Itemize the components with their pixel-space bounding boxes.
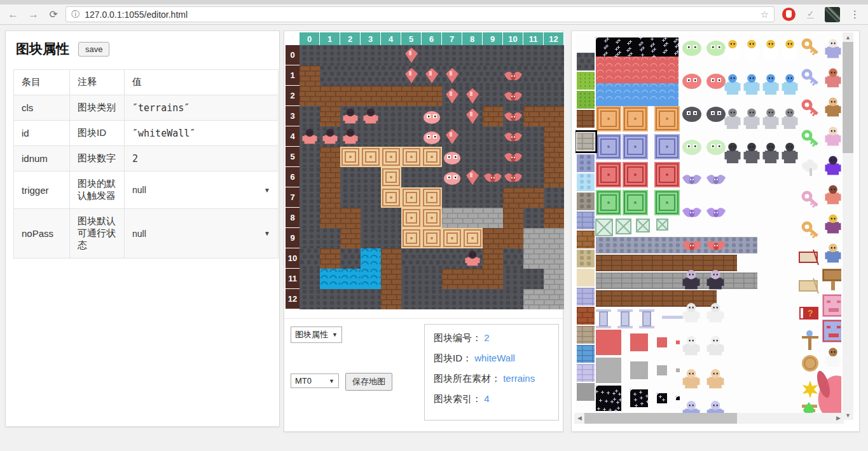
menu-dots-icon[interactable]: ⋮ bbox=[846, 6, 863, 23]
nopass-select[interactable]: null ▼ bbox=[132, 229, 270, 239]
tileset-palette-panel: ▲ ▼ ◀ ▶ bbox=[571, 30, 860, 432]
table-row-nopass: noPass 图块默认可通行状态 null ▼ bbox=[14, 209, 279, 259]
map-row-header: 0 bbox=[286, 45, 300, 65]
prop-key: idnum bbox=[14, 146, 70, 172]
map-row-header: 4 bbox=[286, 126, 300, 147]
prop-comment: 图块ID bbox=[70, 121, 125, 146]
map-col-header: 3 bbox=[361, 32, 381, 45]
prop-key: cls bbox=[14, 95, 70, 121]
map-row-header: 2 bbox=[286, 86, 300, 106]
map-col-header: 2 bbox=[340, 32, 361, 45]
col-header-value: 值 bbox=[125, 70, 279, 95]
prop-key: trigger bbox=[14, 172, 70, 209]
browser-toolbar: ← → ⟳ ⓘ 127.0.0.1:1055/editor.html ☆ ✓ ⋮ bbox=[0, 4, 868, 25]
prop-key: id bbox=[14, 121, 70, 146]
map-row-header: 3 bbox=[286, 106, 300, 126]
floor-select[interactable]: MT0 ▼ bbox=[291, 374, 339, 388]
col-header-key: 条目 bbox=[14, 70, 70, 95]
tile-info-box: 图块编号： 2 图块ID： whiteWall 图块所在素材： terrains… bbox=[424, 324, 559, 421]
map-col-header: 4 bbox=[381, 32, 401, 45]
map-toolbar: 图块属性 ▼ MT0 ▼ 保存地图 图块编号： 2 图块ID： whiteWal… bbox=[284, 318, 563, 431]
scroll-up-icon[interactable]: ▲ bbox=[843, 32, 853, 42]
tile-material-value: terrains bbox=[503, 373, 535, 384]
chevron-down-icon: ▼ bbox=[329, 378, 334, 384]
properties-table: 条目 注释 值 cls 图块类别 ″terrains″ id 图块ID ″whi… bbox=[13, 69, 279, 259]
map-row-header: 8 bbox=[286, 208, 300, 228]
prop-value-input[interactable]: ″whiteWall″ bbox=[125, 121, 279, 146]
prop-key: noPass bbox=[14, 209, 70, 259]
tile-number-row: 图块编号： 2 bbox=[434, 332, 549, 344]
prop-value-input[interactable]: 2 bbox=[125, 146, 279, 172]
reload-icon[interactable]: ⟳ bbox=[45, 6, 62, 23]
tile-number-value: 2 bbox=[484, 332, 489, 343]
map-col-header: 12 bbox=[544, 32, 564, 45]
map-row-header: 7 bbox=[286, 187, 300, 208]
prop-comment: 图块的默认触发器 bbox=[70, 172, 125, 209]
map-col-header: 0 bbox=[300, 32, 320, 45]
tile-index-value: 4 bbox=[484, 393, 489, 404]
map-row-header: 11 bbox=[286, 269, 300, 289]
address-bar[interactable]: ⓘ 127.0.0.1:1055/editor.html ☆ bbox=[65, 6, 775, 22]
trigger-select[interactable]: null ▼ bbox=[132, 185, 270, 195]
profile-avatar[interactable] bbox=[825, 6, 841, 23]
table-row-trigger: trigger 图块的默认触发器 null ▼ bbox=[14, 172, 279, 209]
map-canvas[interactable] bbox=[300, 45, 564, 309]
horizontal-scrollbar-thumb[interactable] bbox=[584, 413, 737, 424]
scroll-left-icon[interactable]: ◀ bbox=[574, 413, 585, 422]
tile-index-row: 图块索引： 4 bbox=[434, 393, 549, 405]
table-row-id: id 图块ID ″whiteWall″ bbox=[14, 121, 279, 146]
chevron-down-icon: ▼ bbox=[264, 230, 270, 237]
map-row-header: 9 bbox=[286, 228, 300, 248]
map-row-header: 5 bbox=[286, 147, 300, 167]
horizontal-scrollbar[interactable]: ◀ ▶ bbox=[574, 413, 844, 424]
tile-id-row: 图块ID： whiteWall bbox=[434, 353, 549, 365]
table-header-row: 条目 注释 值 bbox=[14, 70, 279, 95]
col-header-comment: 注释 bbox=[70, 70, 125, 95]
map-col-header: 7 bbox=[442, 32, 462, 45]
table-row-idnum: idnum 图块数字 2 bbox=[14, 146, 279, 172]
panel-title: 图块属性 bbox=[16, 40, 69, 58]
vertical-scrollbar-thumb[interactable] bbox=[843, 42, 853, 153]
prop-comment: 图块类别 bbox=[70, 95, 125, 121]
mode-select[interactable]: 图块属性 ▼ bbox=[291, 326, 342, 343]
prop-value-input[interactable]: ″terrains″ bbox=[125, 95, 279, 121]
map-row-header: 6 bbox=[286, 167, 300, 187]
map-col-header: 6 bbox=[422, 32, 442, 45]
tile-id-value: whiteWall bbox=[474, 353, 515, 363]
scroll-down-icon[interactable]: ▼ bbox=[843, 410, 853, 420]
extension-check-icon[interactable]: ✓ bbox=[803, 6, 819, 23]
map-col-header: 10 bbox=[503, 32, 523, 45]
vertical-scrollbar[interactable]: ▲ ▼ bbox=[843, 32, 853, 420]
map-col-header: 1 bbox=[320, 32, 340, 45]
info-icon[interactable]: ⓘ bbox=[71, 9, 79, 20]
map-row-header: 10 bbox=[286, 248, 300, 269]
tile-properties-panel: 图块属性 save 条目 注释 值 cls 图块类别 ″terrains″ id… bbox=[5, 30, 280, 427]
map-col-header: 11 bbox=[523, 32, 544, 45]
chevron-down-icon: ▼ bbox=[332, 332, 338, 338]
map-col-header: 5 bbox=[401, 32, 422, 45]
map-row-header: 12 bbox=[286, 289, 300, 309]
save-map-button[interactable]: 保存地图 bbox=[345, 373, 392, 391]
map-col-header: 8 bbox=[462, 32, 483, 45]
table-row-cls: cls 图块类别 ″terrains″ bbox=[14, 95, 279, 121]
map-col-header: 9 bbox=[483, 32, 503, 45]
save-button[interactable]: save bbox=[78, 42, 109, 57]
chevron-down-icon: ▼ bbox=[264, 187, 270, 194]
prop-comment: 图块数字 bbox=[70, 146, 125, 172]
prop-comment: 图块默认可通行状态 bbox=[70, 209, 125, 259]
adblock-extension-icon[interactable] bbox=[780, 6, 797, 23]
map-editor-panel: 0123456789101112 0123456789101112 图块属性 ▼… bbox=[284, 30, 563, 432]
scroll-right-icon[interactable]: ▶ bbox=[833, 413, 844, 422]
tile-material-row: 图块所在素材： terrains bbox=[434, 373, 549, 385]
back-icon[interactable]: ← bbox=[5, 6, 22, 23]
bookmark-star-icon[interactable]: ☆ bbox=[761, 9, 769, 20]
palette-canvas[interactable] bbox=[575, 32, 841, 414]
map-row-header: 1 bbox=[286, 65, 300, 86]
tab-strip bbox=[0, 0, 868, 4]
forward-icon[interactable]: → bbox=[25, 6, 42, 23]
map-row-headers: 0123456789101112 bbox=[286, 45, 300, 309]
browser-chrome: ← → ⟳ ⓘ 127.0.0.1:1055/editor.html ☆ ✓ ⋮ bbox=[0, 0, 868, 25]
url-text[interactable]: 127.0.0.1:1055/editor.html bbox=[85, 10, 761, 20]
map-column-headers: 0123456789101112 bbox=[300, 32, 564, 45]
